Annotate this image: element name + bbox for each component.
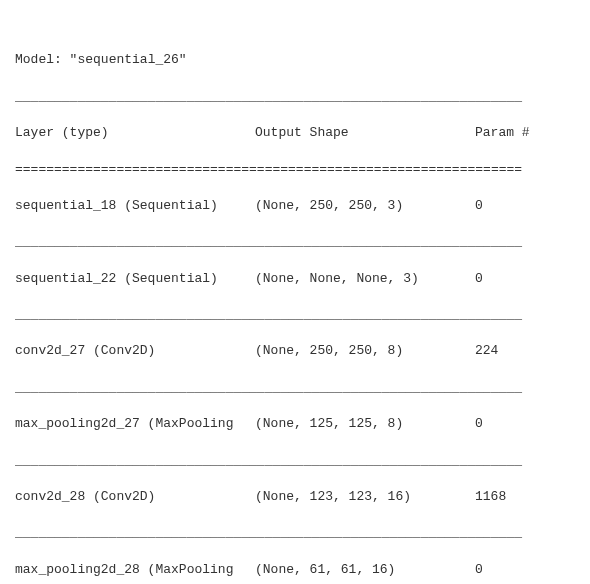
layer-row: max_pooling2d_28 (MaxPooling(None, 61, 6… [15, 561, 575, 579]
rule-top: ________________________________________… [15, 88, 575, 106]
header-param: Param # [475, 124, 575, 142]
layer-shape: (None, 250, 250, 3) [255, 197, 475, 215]
layer-name: conv2d_28 (Conv2D) [15, 488, 255, 506]
layer-param: 0 [475, 561, 575, 579]
layer-row: conv2d_27 (Conv2D)(None, 250, 250, 8)224 [15, 342, 575, 360]
layer-shape: (None, None, None, 3) [255, 270, 475, 288]
rule: ________________________________________… [15, 524, 575, 542]
layer-param: 224 [475, 342, 575, 360]
layer-param: 0 [475, 415, 575, 433]
rule: ________________________________________… [15, 233, 575, 251]
rule-header: ========================================… [15, 161, 575, 179]
model-title: Model: "sequential_26" [15, 51, 575, 69]
layer-shape: (None, 123, 123, 16) [255, 488, 475, 506]
header-layer: Layer (type) [15, 124, 255, 142]
layer-shape: (None, 250, 250, 8) [255, 342, 475, 360]
layer-name: conv2d_27 (Conv2D) [15, 342, 255, 360]
layer-row: conv2d_28 (Conv2D)(None, 123, 123, 16)11… [15, 488, 575, 506]
layer-row: sequential_18 (Sequential)(None, 250, 25… [15, 197, 575, 215]
layer-name: max_pooling2d_27 (MaxPooling [15, 415, 255, 433]
layer-name: sequential_18 (Sequential) [15, 197, 255, 215]
header-shape: Output Shape [255, 124, 475, 142]
layer-row: sequential_22 (Sequential)(None, None, N… [15, 270, 575, 288]
layer-row: max_pooling2d_27 (MaxPooling(None, 125, … [15, 415, 575, 433]
model-summary: Model: "sequential_26" _________________… [15, 33, 575, 584]
header-row: Layer (type)Output ShapeParam # [15, 124, 575, 142]
layer-param: 0 [475, 197, 575, 215]
layer-name: sequential_22 (Sequential) [15, 270, 255, 288]
model-name: sequential_26 [77, 52, 178, 67]
rule: ________________________________________… [15, 452, 575, 470]
layer-param: 1168 [475, 488, 575, 506]
layer-shape: (None, 125, 125, 8) [255, 415, 475, 433]
rule: ________________________________________… [15, 379, 575, 397]
rule: ________________________________________… [15, 306, 575, 324]
layer-param: 0 [475, 270, 575, 288]
layer-shape: (None, 61, 61, 16) [255, 561, 475, 579]
layer-name: max_pooling2d_28 (MaxPooling [15, 561, 255, 579]
